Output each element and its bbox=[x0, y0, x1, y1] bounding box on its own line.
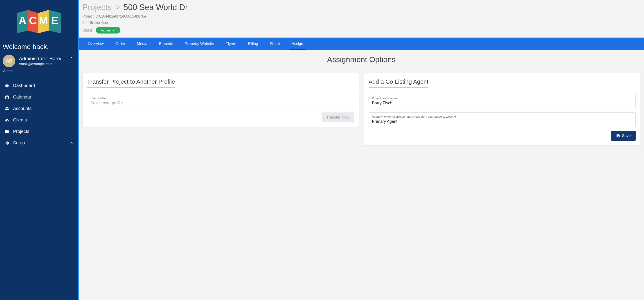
svg-text:C: C bbox=[29, 15, 37, 26]
project-status-line: Status: Active bbox=[82, 27, 640, 33]
user-role: Admin bbox=[3, 69, 75, 73]
project-for-line: For: Broker Bob bbox=[82, 21, 640, 25]
user-profile-input[interactable] bbox=[90, 101, 351, 105]
tab-assign[interactable]: Assign bbox=[286, 37, 309, 50]
status-badge[interactable]: Active bbox=[96, 27, 120, 33]
calendar-icon bbox=[4, 95, 10, 99]
project-for-value: Broker Bob bbox=[90, 21, 108, 24]
welcome-text: Welcome back, bbox=[3, 42, 75, 55]
sidebar-item-dashboard[interactable]: Dashboard bbox=[3, 80, 75, 91]
sidebar-item-label: Accounts bbox=[13, 106, 32, 111]
project-for-label: For: bbox=[82, 21, 90, 24]
chevron-down-icon bbox=[70, 55, 74, 59]
colist-agent-field[interactable]: Project co-list agent bbox=[368, 94, 636, 108]
user-profile-label: User Profile bbox=[90, 96, 351, 100]
user-menu[interactable]: AB Administrator Barry email@example.com bbox=[3, 55, 75, 69]
sidebar-item-label: Dashboard bbox=[13, 83, 35, 88]
breadcrumb-current: 500 Sea World Dr bbox=[124, 3, 188, 12]
sidebar-item-label: Clients bbox=[13, 117, 27, 123]
section-divider bbox=[82, 68, 640, 68]
sidebar-nav: Dashboard Calendar Accounts Clients bbox=[3, 80, 75, 149]
contact-agent-label: Agent who will receive contact emails fr… bbox=[372, 115, 632, 118]
gauge-icon bbox=[4, 83, 10, 88]
status-label: Status: bbox=[82, 28, 94, 32]
tab-order[interactable]: Order bbox=[110, 37, 131, 50]
section-title: Assignment Options bbox=[82, 55, 640, 64]
project-id-value: 61044b1e8f724600134b876e bbox=[99, 14, 146, 18]
contact-agent-field[interactable]: Agent who will receive contact emails fr… bbox=[368, 112, 636, 127]
tab-billing[interactable]: Billing bbox=[242, 37, 264, 50]
tab-property-website[interactable]: Property Website bbox=[179, 37, 220, 50]
briefcase-icon bbox=[4, 106, 10, 111]
transfer-card-title: Transfer Project to Another Profile bbox=[87, 78, 175, 87]
status-value: Active bbox=[101, 28, 110, 32]
tab-embeds[interactable]: Embeds bbox=[153, 37, 179, 50]
transfer-now-button[interactable]: Transfer Now bbox=[322, 112, 354, 122]
sidebar: A C M E Welcome back, AB Administrator B… bbox=[0, 0, 79, 300]
breadcrumb: Projects > 500 Sea World Dr bbox=[82, 3, 640, 12]
user-name: Administrator Barry bbox=[19, 56, 61, 62]
folder-icon bbox=[4, 129, 10, 134]
project-id-label: Project ID: bbox=[82, 14, 99, 18]
svg-text:M: M bbox=[39, 15, 48, 26]
tab-media[interactable]: Media bbox=[131, 37, 153, 50]
breadcrumb-root[interactable]: Projects bbox=[82, 3, 112, 12]
sidebar-item-label: Projects bbox=[13, 129, 29, 134]
content-area: Assignment Options Transfer Project to A… bbox=[79, 50, 644, 150]
project-id-line: Project ID:61044b1e8f724600134b876e bbox=[82, 14, 640, 18]
tab-flyers[interactable]: Flyers bbox=[220, 37, 242, 50]
chevron-up-icon bbox=[70, 141, 74, 145]
contact-agent-select[interactable] bbox=[372, 119, 632, 124]
sidebar-item-accounts[interactable]: Accounts bbox=[3, 103, 75, 114]
users-icon bbox=[4, 118, 10, 122]
save-icon bbox=[616, 134, 620, 138]
sidebar-item-clients[interactable]: Clients bbox=[3, 114, 75, 126]
sidebar-item-calendar[interactable]: Calendar bbox=[3, 91, 75, 103]
breadcrumb-separator: > bbox=[114, 3, 121, 12]
logo: A C M E bbox=[3, 5, 75, 38]
colist-card-title: Add a Co-Listing Agent bbox=[368, 78, 428, 87]
svg-text:E: E bbox=[51, 15, 58, 26]
card-divider bbox=[368, 89, 636, 89]
card-divider bbox=[87, 89, 354, 89]
user-profile-field[interactable]: User Profile bbox=[87, 94, 354, 108]
page-header: Projects > 500 Sea World Dr Project ID:6… bbox=[79, 0, 644, 37]
colist-agent-input[interactable] bbox=[372, 101, 632, 105]
sidebar-item-projects[interactable]: Projects bbox=[3, 126, 75, 137]
transfer-card: Transfer Project to Another Profile User… bbox=[82, 73, 359, 127]
svg-text:A: A bbox=[18, 15, 26, 26]
sidebar-item-setup[interactable]: Setup bbox=[3, 137, 75, 149]
save-button[interactable]: Save bbox=[611, 131, 636, 141]
colist-agent-label: Project co-list agent bbox=[372, 96, 632, 100]
avatar: AB bbox=[3, 55, 15, 67]
user-email: email@example.com bbox=[19, 62, 61, 66]
sidebar-item-label: Setup bbox=[13, 140, 25, 145]
acme-logo-icon: A C M E bbox=[13, 7, 65, 34]
caret-down-icon bbox=[630, 119, 632, 121]
chevron-down-icon bbox=[112, 29, 116, 32]
colist-card: Add a Co-Listing Agent Project co-list a… bbox=[364, 73, 640, 145]
sidebar-divider bbox=[3, 38, 75, 38]
gear-icon bbox=[4, 141, 10, 145]
tabs: Overview Order Media Embeds Property Web… bbox=[79, 37, 644, 50]
sidebar-item-label: Calendar bbox=[13, 94, 31, 100]
tab-overview[interactable]: Overview bbox=[82, 37, 110, 50]
save-button-label: Save bbox=[622, 134, 631, 138]
main-content: Projects > 500 Sea World Dr Project ID:6… bbox=[79, 0, 644, 300]
tab-share[interactable]: Share bbox=[264, 37, 286, 50]
